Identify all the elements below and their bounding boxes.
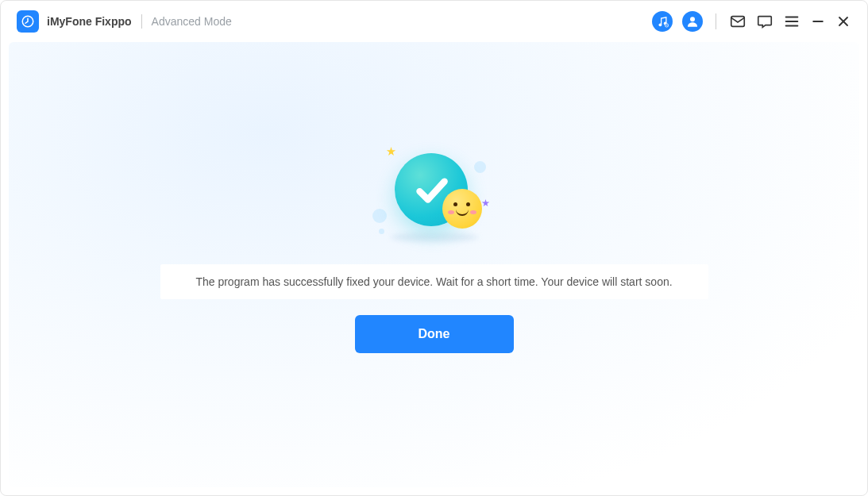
bubble: [379, 229, 384, 234]
done-button[interactable]: Done: [355, 315, 514, 353]
titlebar-icons: [652, 11, 851, 32]
titlebar: iMyFone Fixppo Advanced Mode: [1, 1, 867, 42]
logo-icon: [21, 14, 35, 29]
bubble: [372, 209, 387, 223]
music-icon[interactable]: [652, 11, 673, 32]
success-illustration: [363, 145, 506, 248]
svg-point-1: [658, 23, 662, 26]
mode-label: Advanced Mode: [152, 15, 232, 28]
content-area: The program has successfully fixed your …: [9, 42, 859, 487]
app-window: iMyFone Fixppo Advanced Mode: [0, 0, 868, 496]
success-message: The program has successfully fixed your …: [160, 264, 708, 299]
chat-icon[interactable]: [756, 13, 773, 30]
minimize-button[interactable]: [810, 13, 826, 29]
title-divider: [141, 14, 142, 29]
icon-separator: [716, 13, 716, 29]
sparkle-icon: [387, 147, 396, 156]
mail-icon[interactable]: [729, 13, 746, 30]
svg-point-4: [690, 17, 695, 21]
sparkle-icon: [482, 199, 490, 207]
account-icon[interactable]: [682, 11, 703, 32]
close-button[interactable]: [835, 13, 851, 29]
bubble: [474, 161, 486, 173]
app-logo: [17, 10, 39, 33]
smiley-icon: [442, 189, 482, 229]
menu-icon[interactable]: [783, 13, 800, 30]
app-title: iMyFone Fixppo: [47, 15, 132, 28]
shadow: [391, 233, 478, 242]
